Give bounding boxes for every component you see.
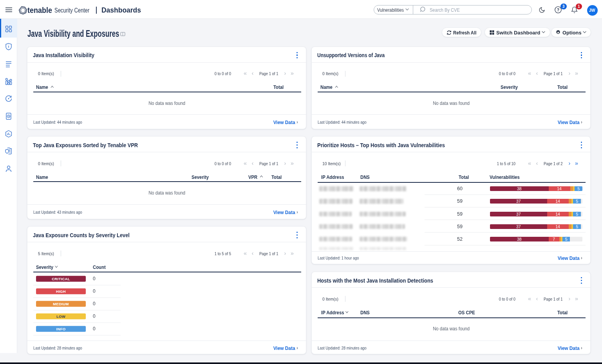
svg-text:?: ? xyxy=(557,7,559,12)
